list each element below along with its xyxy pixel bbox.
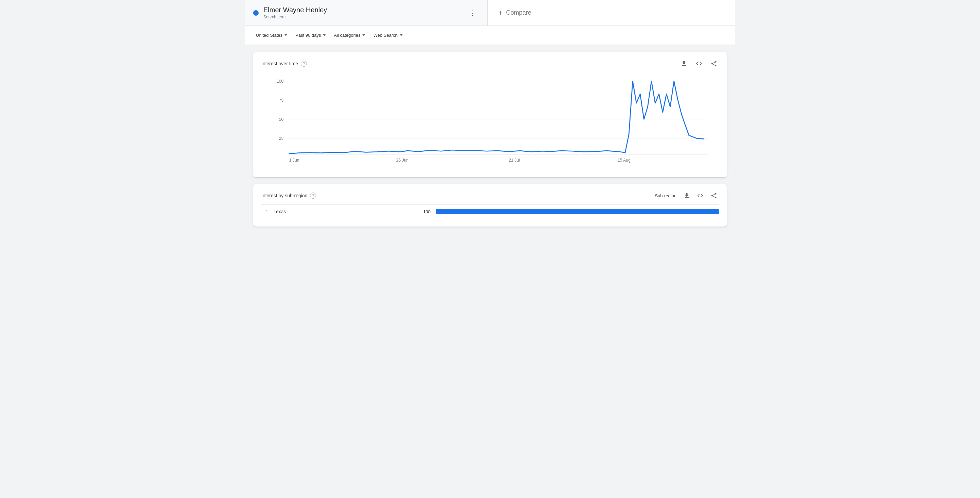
interest-over-time-help-icon[interactable]: ? xyxy=(301,60,307,67)
search-type-filter-label: Web Search xyxy=(373,33,398,38)
interest-over-time-title: Interest over time xyxy=(261,61,298,66)
svg-text:25: 25 xyxy=(279,136,284,141)
svg-text:50: 50 xyxy=(279,117,284,122)
page-wrapper: Elmer Wayne Henley Search term ⋮ + Compa… xyxy=(245,0,735,498)
sub-region-download-button[interactable] xyxy=(682,191,692,200)
card-title-area: Interest over time ? xyxy=(261,60,307,67)
categories-filter-button[interactable]: All categories xyxy=(331,30,368,40)
chart-svg: 100 75 50 25 1 Jun 26 Jun 21 Jul 15 Aug xyxy=(265,74,715,169)
search-term-bar: Elmer Wayne Henley Search term ⋮ + Compa… xyxy=(245,0,735,26)
download-button[interactable] xyxy=(679,59,689,68)
search-term-dot xyxy=(253,10,259,16)
sub-region-view-label: Sub-region xyxy=(655,193,676,198)
region-bar-container xyxy=(436,209,719,214)
search-type-filter-button[interactable]: Web Search xyxy=(371,30,405,40)
sub-region-embed-icon xyxy=(697,192,704,199)
svg-text:1 Jun: 1 Jun xyxy=(289,158,299,163)
trend-line xyxy=(289,81,704,154)
sub-region-header: Interest by sub-region ? Sub-region xyxy=(261,191,719,200)
region-bar xyxy=(436,209,719,214)
sub-region-share-icon xyxy=(711,192,717,199)
download-icon xyxy=(681,60,687,67)
embed-icon xyxy=(695,60,702,67)
svg-text:75: 75 xyxy=(279,98,284,103)
svg-text:26 Jun: 26 Jun xyxy=(396,158,408,163)
search-term-block: Elmer Wayne Henley Search term ⋮ xyxy=(245,0,488,25)
card-actions xyxy=(679,59,719,68)
sub-region-embed-button[interactable] xyxy=(695,191,705,200)
share-icon xyxy=(711,60,717,67)
svg-text:15 Aug: 15 Aug xyxy=(617,158,630,163)
time-range-filter-button[interactable]: Past 90 days xyxy=(293,30,328,40)
region-name: Texas xyxy=(274,209,415,214)
search-term-menu-button[interactable]: ⋮ xyxy=(466,8,479,18)
location-chevron-icon xyxy=(285,34,287,36)
time-range-chevron-icon xyxy=(323,34,326,36)
interest-by-sub-region-card: Interest by sub-region ? Sub-region xyxy=(253,184,727,226)
location-filter-button[interactable]: United States xyxy=(253,30,290,40)
search-term-text: Elmer Wayne Henley Search term xyxy=(263,6,327,19)
svg-text:21 Jul: 21 Jul xyxy=(509,158,520,163)
search-type-chevron-icon xyxy=(400,34,402,36)
sub-region-title-area: Interest by sub-region ? xyxy=(261,193,316,199)
region-rank: 1 xyxy=(261,209,268,214)
compare-block[interactable]: + Compare xyxy=(488,0,735,25)
sub-region-help-icon[interactable]: ? xyxy=(310,193,316,199)
categories-filter-label: All categories xyxy=(334,33,360,38)
search-term-name: Elmer Wayne Henley xyxy=(263,6,327,14)
categories-chevron-icon xyxy=(363,34,365,36)
sub-region-title: Interest by sub-region xyxy=(261,193,307,198)
main-content: Interest over time ? xyxy=(245,45,735,240)
share-button[interactable] xyxy=(709,59,719,68)
filter-bar: United States Past 90 days All categorie… xyxy=(245,26,735,45)
interest-over-time-header: Interest over time ? xyxy=(261,59,719,68)
sub-region-view-button[interactable]: Sub-region xyxy=(655,193,678,198)
region-value: 100 xyxy=(420,209,430,214)
embed-button[interactable] xyxy=(694,59,704,68)
interest-over-time-chart: 100 75 50 25 1 Jun 26 Jun 21 Jul 15 Aug xyxy=(261,74,719,169)
svg-text:100: 100 xyxy=(277,79,284,84)
sub-region-right: Sub-region xyxy=(655,191,719,200)
sub-region-download-icon xyxy=(683,192,690,199)
search-term-left: Elmer Wayne Henley Search term xyxy=(253,6,327,19)
region-row-texas: 1 Texas 100 xyxy=(261,204,719,218)
compare-label: Compare xyxy=(506,9,531,16)
time-range-filter-label: Past 90 days xyxy=(295,33,321,38)
sub-region-share-button[interactable] xyxy=(709,191,719,200)
search-term-subtitle: Search term xyxy=(263,14,285,19)
location-filter-label: United States xyxy=(256,33,282,38)
interest-over-time-card: Interest over time ? xyxy=(253,52,727,177)
compare-plus-icon: + xyxy=(498,8,503,18)
